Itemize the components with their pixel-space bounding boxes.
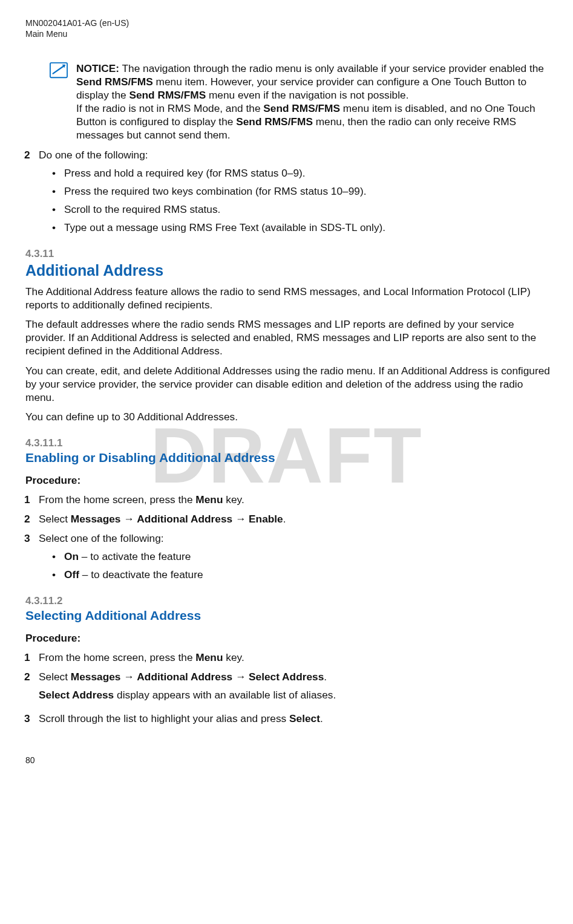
- substep: Select Address display appears with an a…: [39, 688, 550, 701]
- t: .: [324, 671, 327, 683]
- notice-t2a: If the radio is not in RMS Mode, and the: [76, 102, 263, 114]
- list-item: Scroll to the required RMS status.: [52, 203, 550, 216]
- step-text: Do one of the following:: [39, 149, 148, 161]
- b: Menu: [195, 651, 223, 663]
- notice-b4: Send RMS/FMS: [236, 116, 313, 128]
- section-title-enable-disable: Enabling or Disabling Additional Address: [25, 450, 550, 466]
- t: .: [283, 513, 286, 525]
- notice-t1a: The navigation through the radio menu is…: [119, 62, 544, 74]
- para: You can create, edit, and delete Additio…: [25, 364, 550, 404]
- b: Additional Address: [137, 671, 232, 683]
- proc2-step3: 3 Scroll through the list to highlight y…: [39, 712, 550, 725]
- notice-b3: Send RMS/FMS: [263, 102, 340, 114]
- page-header: MN002041A01-AG (en-US) Main Menu: [25, 18, 550, 40]
- notice-t1c: menu even if the navigation is not possi…: [206, 89, 408, 101]
- b: Select: [289, 712, 320, 724]
- t: display appears with an available list o…: [114, 689, 336, 701]
- b: Off: [64, 568, 79, 581]
- doc-id: MN002041A01-AG (en-US): [25, 18, 550, 29]
- t: key.: [223, 493, 244, 506]
- section-number: 4.3.11: [25, 247, 550, 261]
- arrow-icon: →: [232, 513, 249, 525]
- proc2-step1: 1 From the home screen, press the Menu k…: [39, 651, 550, 664]
- arrow-icon: →: [120, 513, 137, 525]
- step-num: 2: [24, 148, 30, 161]
- t: .: [320, 712, 323, 724]
- procedure-label: Procedure:: [25, 631, 550, 645]
- t: Select one of the following:: [39, 532, 164, 544]
- proc2-step2: 2 Select Messages → Additional Address →…: [39, 670, 550, 701]
- notice-b2: Send RMS/FMS: [129, 89, 206, 101]
- section-number: 4.3.11.2: [25, 594, 550, 608]
- notice-label: NOTICE:: [76, 62, 119, 74]
- t: key.: [223, 651, 244, 663]
- step-2: 2 Do one of the following: Press and hol…: [39, 148, 550, 235]
- list-item: Press the required two keys combination …: [52, 184, 550, 198]
- t: Select: [39, 671, 71, 683]
- notice-text: NOTICE: The navigation through the radio…: [76, 62, 550, 142]
- b: Select Address: [39, 689, 114, 701]
- doc-section: Main Menu: [25, 29, 550, 40]
- para: The default addresses where the radio se…: [25, 317, 550, 357]
- t: From the home screen, press the: [39, 493, 195, 506]
- proc1-step3: 3 Select one of the following: On – to a…: [39, 532, 550, 581]
- arrow-icon: →: [120, 671, 137, 683]
- procedure-label: Procedure:: [25, 473, 550, 487]
- list-item: Press and hold a required key (for RMS s…: [52, 166, 550, 180]
- b: Messages: [71, 513, 121, 525]
- proc1-step1: 1 From the home screen, press the Menu k…: [39, 493, 550, 506]
- section-title-select-address: Selecting Additional Address: [25, 608, 550, 624]
- step-num: 2: [24, 670, 30, 683]
- t: From the home screen, press the: [39, 651, 195, 663]
- t: – to activate the feature: [79, 550, 191, 562]
- list-item: Type out a message using RMS Free Text (…: [52, 221, 550, 234]
- step-num: 2: [24, 512, 30, 525]
- step-num: 3: [24, 712, 30, 725]
- para: You can define up to 30 Additional Addre…: [25, 410, 550, 423]
- step-num: 1: [24, 651, 30, 664]
- section-title-additional-address: Additional Address: [25, 261, 550, 280]
- b: Messages: [71, 671, 121, 683]
- proc1-bullets: On – to activate the feature Off – to de…: [52, 550, 550, 581]
- list-item: Off – to deactivate the feature: [52, 568, 550, 581]
- b: Enable: [249, 513, 283, 525]
- t: Scroll through the list to highlight you…: [39, 712, 289, 724]
- step2-bullets: Press and hold a required key (for RMS s…: [52, 166, 550, 235]
- b: On: [64, 550, 79, 562]
- step-num: 1: [24, 493, 30, 506]
- list-item: On – to activate the feature: [52, 550, 550, 563]
- t: Select: [39, 513, 71, 525]
- para: The Additional Address feature allows th…: [25, 285, 550, 311]
- step-num: 3: [24, 532, 30, 545]
- b: Additional Address: [137, 513, 232, 525]
- arrow-icon: →: [232, 671, 249, 683]
- proc1-step2: 2 Select Messages → Additional Address →…: [39, 512, 550, 525]
- notice-b1: Send RMS/FMS: [76, 76, 153, 88]
- b: Select Address: [249, 671, 324, 683]
- section-number: 4.3.11.1: [25, 437, 550, 450]
- notice-block: NOTICE: The navigation through the radio…: [50, 62, 550, 142]
- t: – to deactivate the feature: [79, 568, 203, 581]
- b: Menu: [195, 493, 223, 506]
- notice-icon: [50, 62, 68, 79]
- page-number: 80: [25, 755, 550, 766]
